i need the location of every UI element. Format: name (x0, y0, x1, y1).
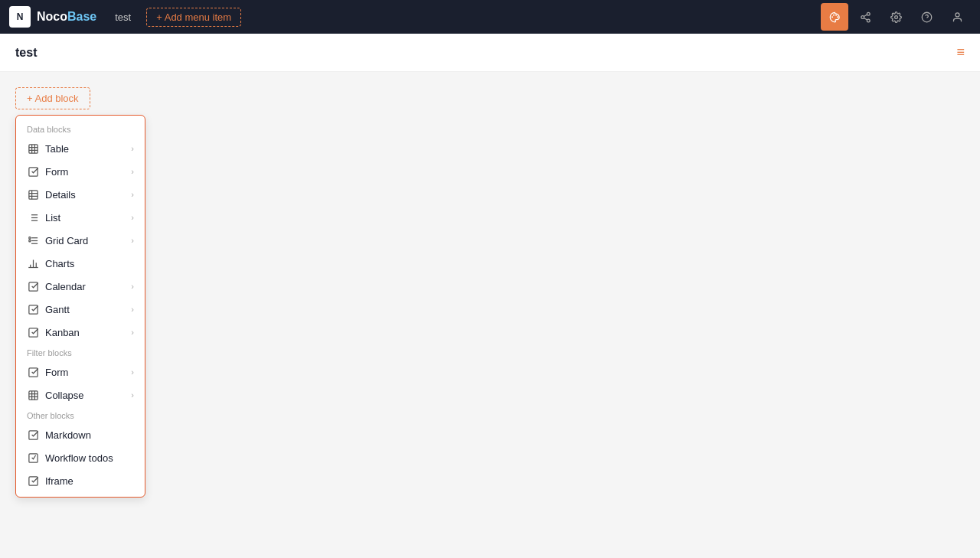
svg-line-7 (864, 18, 867, 19)
menu-item-markdown[interactable]: Markdown (16, 423, 145, 446)
help-icon-button[interactable] (913, 3, 940, 31)
svg-point-5 (861, 15, 864, 18)
menu-item-details-label: Details (45, 189, 76, 201)
settings-icon-button[interactable] (882, 3, 910, 31)
menu-item-collapse[interactable]: Collapse › (16, 383, 145, 406)
menu-item-form-label: Form (45, 166, 68, 178)
svg-line-8 (864, 15, 867, 16)
menu-item-calendar-label: Calendar (45, 281, 86, 292)
kanban-icon (27, 326, 39, 338)
svg-rect-42 (28, 390, 37, 399)
menu-item-form[interactable]: Form › (16, 160, 145, 183)
menu-item-workflow-todos-label: Workflow todos (45, 452, 113, 464)
calendar-chevron: › (131, 282, 134, 291)
svg-rect-18 (28, 167, 37, 175)
svg-rect-47 (28, 430, 37, 439)
svg-rect-48 (28, 453, 37, 462)
svg-point-3 (837, 16, 838, 18)
menu-item-table[interactable]: Table › (16, 137, 145, 160)
hamburger-icon[interactable]: ≡ (956, 44, 965, 60)
grid-card-icon (27, 234, 39, 246)
svg-rect-32 (28, 237, 30, 239)
menu-item-filter-form[interactable]: Form › (16, 361, 145, 383)
form-icon (27, 165, 39, 178)
data-blocks-label: Data blocks (16, 120, 145, 137)
menu-item-gantt-label: Gantt (45, 304, 70, 315)
svg-point-0 (831, 16, 833, 18)
menu-item-table-label: Table (45, 143, 69, 155)
grid-card-chevron: › (131, 236, 134, 245)
page-header: test ≡ (0, 34, 980, 72)
svg-rect-19 (28, 190, 37, 198)
svg-point-9 (894, 15, 897, 18)
menu-item-list-label: List (45, 212, 60, 224)
menu-item-filter-form-label: Form (45, 367, 68, 378)
add-block-button[interactable]: + Add block (15, 87, 90, 109)
menu-item-collapse-label: Collapse (45, 390, 84, 401)
menu-item-grid-card[interactable]: Grid Card › (16, 229, 145, 252)
menu-item-markdown-label: Markdown (45, 429, 91, 441)
table-chevron: › (131, 144, 134, 153)
user-icon-button[interactable] (943, 3, 971, 31)
menu-item-grid-card-label: Grid Card (45, 235, 88, 246)
form-chevron: › (131, 167, 134, 176)
filter-form-icon (27, 366, 39, 378)
list-icon (27, 211, 39, 224)
details-icon (27, 188, 39, 201)
block-menu: Data blocks Table › Form › (15, 115, 145, 498)
svg-rect-41 (28, 367, 37, 376)
topbar: N NocoBase test + Add menu item (0, 0, 980, 34)
svg-point-4 (867, 12, 870, 15)
workflow-todos-icon (27, 452, 39, 464)
other-blocks-label: Other blocks (16, 406, 145, 423)
link-icon-button[interactable] (851, 3, 879, 31)
menu-item-kanban-label: Kanban (45, 327, 80, 338)
list-chevron: › (131, 213, 134, 222)
svg-point-6 (867, 19, 870, 22)
add-menu-item-button[interactable]: + Add menu item (146, 8, 241, 27)
page-header-right: ≡ (956, 44, 965, 60)
gantt-icon (27, 303, 39, 315)
svg-rect-33 (28, 240, 30, 242)
main-content: + Add block Data blocks Table › Form › (0, 72, 980, 558)
logo-icon: N (9, 6, 31, 28)
page-title: test (15, 46, 37, 60)
menu-item-gantt[interactable]: Gantt › (16, 298, 145, 321)
paint-icon-button[interactable] (821, 3, 848, 31)
nav-tab-test[interactable]: test (107, 8, 139, 26)
svg-rect-13 (28, 144, 37, 152)
menu-item-calendar[interactable]: Calendar › (16, 275, 145, 298)
kanban-chevron: › (131, 328, 134, 337)
filter-form-chevron: › (131, 367, 134, 377)
svg-point-12 (956, 12, 959, 16)
menu-item-iframe-label: Iframe (45, 475, 74, 487)
iframe-icon (27, 475, 39, 487)
logo-text: NocoBase (37, 10, 96, 24)
svg-point-1 (833, 14, 835, 15)
gantt-chevron: › (131, 305, 134, 314)
details-chevron: › (131, 190, 134, 199)
charts-icon (27, 257, 39, 269)
svg-rect-49 (28, 476, 37, 485)
svg-point-2 (835, 14, 837, 15)
logo: N NocoBase (9, 6, 96, 28)
menu-item-details[interactable]: Details › (16, 183, 145, 206)
menu-item-list[interactable]: List › (16, 206, 145, 229)
topbar-icons (821, 3, 971, 31)
svg-rect-40 (28, 328, 37, 336)
menu-item-iframe[interactable]: Iframe (16, 469, 145, 492)
markdown-icon (27, 429, 39, 441)
svg-rect-39 (28, 305, 37, 313)
collapse-chevron: › (131, 390, 134, 400)
menu-item-charts-label: Charts (45, 258, 74, 269)
menu-item-charts[interactable]: Charts (16, 252, 145, 275)
svg-rect-38 (28, 282, 37, 290)
menu-item-workflow-todos[interactable]: Workflow todos (16, 446, 145, 469)
filter-blocks-label: Filter blocks (16, 344, 145, 361)
calendar-icon (27, 280, 39, 292)
menu-item-kanban[interactable]: Kanban › (16, 321, 145, 344)
collapse-icon (27, 389, 39, 401)
table-icon (27, 142, 39, 155)
